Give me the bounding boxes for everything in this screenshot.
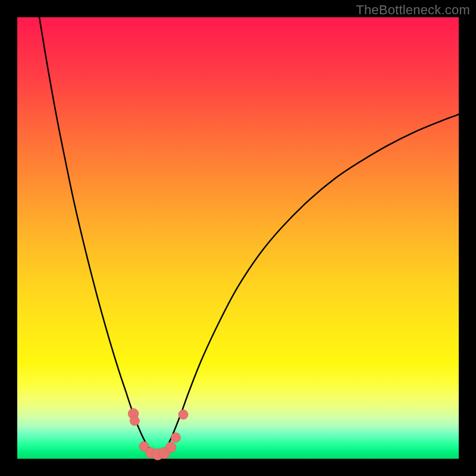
- chart-overlay-svg: [0, 0, 476, 476]
- data-marker: [178, 410, 188, 419]
- chart-frame: TheBottleneck.com: [0, 0, 476, 476]
- data-marker: [171, 433, 180, 442]
- data-marker: [165, 442, 176, 453]
- curve-left-curve: [39, 17, 158, 459]
- marker-layer: [128, 408, 188, 460]
- curve-layer: [39, 17, 459, 459]
- curve-right-curve: [158, 114, 459, 459]
- data-marker: [130, 416, 139, 425]
- watermark-text: TheBottleneck.com: [356, 2, 470, 18]
